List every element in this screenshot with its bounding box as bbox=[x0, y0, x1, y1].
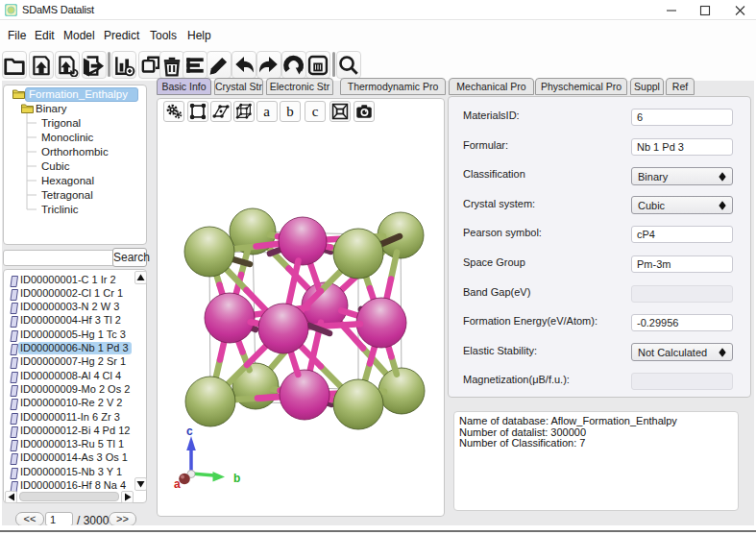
svg-text:a: a bbox=[174, 477, 181, 491]
svg-text:c: c bbox=[186, 425, 193, 438]
svg-text:b: b bbox=[233, 472, 240, 485]
